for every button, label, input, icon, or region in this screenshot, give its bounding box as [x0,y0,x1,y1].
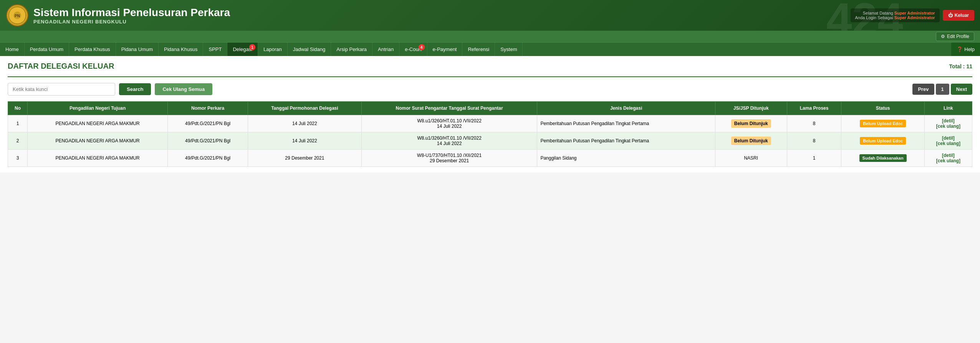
nav-laporan[interactable]: Laporan [258,43,288,56]
next-button[interactable]: Next [951,84,972,95]
prev-button[interactable]: Prev [912,84,934,95]
nav-referensi[interactable]: Referensi [462,43,495,56]
cell-no: 2 [8,132,28,150]
status-badge: Belum Upload Edoc [860,120,906,127]
total-count: Total : 11 [949,63,972,69]
cell-nomor-perkara: 49/Pdt.G/2021/PN Bgl [168,115,248,132]
header-title: Sistem Informasi Penelusuran Perkara PEN… [33,6,230,25]
welcome-text: Selamat Datang [863,11,893,15]
nav-sppt[interactable]: SPPT [203,43,227,56]
question-icon: ❓ [957,46,963,52]
divider [8,76,972,77]
search-left: Search Cek Ulang Semua [8,83,212,96]
cell-nomor-perkara: 49/Pdt.G/2021/PN Bgl [168,132,248,150]
table-row: 2 PENGADILAN NEGERI ARGA MAKMUR 49/Pdt.G… [8,132,972,150]
search-button[interactable]: Search [119,83,151,95]
nav-perdata-khusus[interactable]: Perdata Khusus [69,43,116,56]
cell-no: 3 [8,150,28,167]
status-badge: Belum Upload Edoc [860,137,906,145]
cek-ulang-link[interactable]: [cek ulang] [936,141,960,146]
cell-tanggal: 29 Desember 2021 [248,150,361,167]
header-right: Selamat Datang Super Administrator Anda … [851,8,974,22]
cell-lama: 8 [787,115,841,132]
cek-ulang-button[interactable]: Cek Ulang Semua [155,83,212,95]
cell-nomor-surat: W8.u1/3260/HT.01.10 /VII/202214 Juli 202… [361,115,537,132]
cell-status: Belum Upload Edoc [841,132,924,150]
nav-arsip-perkara[interactable]: Arsip Perkara [331,43,372,56]
cell-tanggal: 14 Juli 2022 [248,115,361,132]
page-1-button[interactable]: 1 [936,84,949,95]
cell-nomor-surat: W8-U1/7370/HT01.10 /XII/202129 Desember … [361,150,537,167]
cell-status: Sudah Dilaksanakan [841,150,924,167]
content-area: DAFTAR DELEGASI KELUAR Total : 11 Search… [0,56,980,173]
table-row: 1 PENGADILAN NEGERI ARGA MAKMUR 49/Pdt.G… [8,115,972,132]
nav-system[interactable]: System [495,43,523,56]
cell-jenis: Pemberitahuan Putusan Pengadilan Tingkat… [537,132,715,150]
delegasi-badge: 1 [249,44,255,50]
cell-js-jsp: Belum Ditunjuk [715,132,787,150]
col-jenis: Jenis Delegasi [537,102,715,115]
logo-icon: PN [6,4,29,27]
cell-pengadilan: PENGADILAN NEGERI ARGA MAKMUR [27,150,167,167]
detil-link[interactable]: [detil] [942,153,955,158]
page-title: DAFTAR DELEGASI KELUAR [8,62,114,71]
search-input[interactable] [8,83,115,96]
edit-profile-bar: ⚙ Edit Profile [0,31,980,42]
header: PN Sistem Informasi Penelusuran Perkara … [0,0,980,31]
cell-link: [detil] [cek ulang] [924,115,972,132]
cell-pengadilan: PENGADILAN NEGERI ARGA MAKMUR [27,115,167,132]
nav-epayment[interactable]: e-Payment [427,43,463,56]
cell-js-jsp: Belum Ditunjuk [715,115,787,132]
cell-lama: 8 [787,132,841,150]
nav-delegasi[interactable]: Delegasi 1 [227,43,258,56]
gear-icon: ⚙ [941,34,945,39]
keluar-button[interactable]: ⏻ Keluar [943,10,974,21]
cell-status: Belum Upload Edoc [841,115,924,132]
cell-nomor-surat: W8.u1/3260/HT.01.10 /VII/202214 Juli 202… [361,132,537,150]
col-status: Status [841,102,924,115]
js-jsp-value: Belum Ditunjuk [731,119,771,128]
cek-ulang-link[interactable]: [cek ulang] [936,158,960,163]
cell-lama: 1 [787,150,841,167]
cell-jenis: Panggilan Sidang [537,150,715,167]
welcome-box: Selamat Datang Super Administrator Anda … [851,8,940,22]
col-nomor-surat: Nomor Surat Pengantar Tanggal Surat Peng… [361,102,537,115]
col-nomor-perkara: Nomor Perkara [168,102,248,115]
nav-pidana-khusus[interactable]: Pidana Khusus [159,43,203,56]
page-header: DAFTAR DELEGASI KELUAR Total : 11 [8,62,972,71]
cell-no: 1 [8,115,28,132]
nav-perdata-umum[interactable]: Perdata Umum [25,43,69,56]
nav-pidana-umum[interactable]: Pidana Umum [116,43,159,56]
col-lama: Lama Proses [787,102,841,115]
nav-antrian[interactable]: Antrian [372,43,399,56]
js-jsp-value: NASRI [744,155,758,161]
cell-link: [detil] [cek ulang] [924,150,972,167]
cell-nomor-perkara: 49/Pdt.G/2021/PN Bgl [168,150,248,167]
search-bar: Search Cek Ulang Semua Prev 1 Next [8,83,972,96]
nav-home[interactable]: Home [0,43,25,56]
nav-help[interactable]: ❓ Help [951,43,980,56]
table-row: 3 PENGADILAN NEGERI ARGA MAKMUR 49/Pdt.G… [8,150,972,167]
cell-js-jsp: NASRI [715,150,787,167]
detil-link[interactable]: [detil] [942,135,955,141]
power-icon: ⏻ [948,13,953,18]
col-link: Link [924,102,972,115]
cell-tanggal: 14 Juli 2022 [248,132,361,150]
nav-jadwal-sidang[interactable]: Jadwal Sidang [288,43,331,56]
cell-jenis: Pemberitahuan Putusan Pengadilan Tingkat… [537,115,715,132]
cell-pengadilan: PENGADILAN NEGERI ARGA MAKMUR [27,132,167,150]
cek-ulang-link[interactable]: [cek ulang] [936,124,960,129]
col-tanggal: Tanggal Permohonan Delegasi [248,102,361,115]
nav-ecourt[interactable]: e-Court 4 [399,43,427,56]
ecourt-badge: 4 [419,44,425,50]
js-jsp-value: Belum Ditunjuk [731,137,771,145]
cell-link: [detil] [cek ulang] [924,132,972,150]
nav-bar: Home Perdata Umum Perdata Khusus Pidana … [0,42,980,56]
edit-profile-button[interactable]: ⚙ Edit Profile [936,32,974,41]
svg-text:PN: PN [15,14,20,18]
login-sebagai-text: Anda Login Sebagai [855,15,893,20]
status-badge: Sudah Dilaksanakan [859,154,907,162]
app-title: Sistem Informasi Penelusuran Perkara [33,6,230,19]
delegasi-table: No Pengadilan Negeri Tujuan Nomor Perkar… [8,101,972,167]
detil-link[interactable]: [detil] [942,118,955,124]
